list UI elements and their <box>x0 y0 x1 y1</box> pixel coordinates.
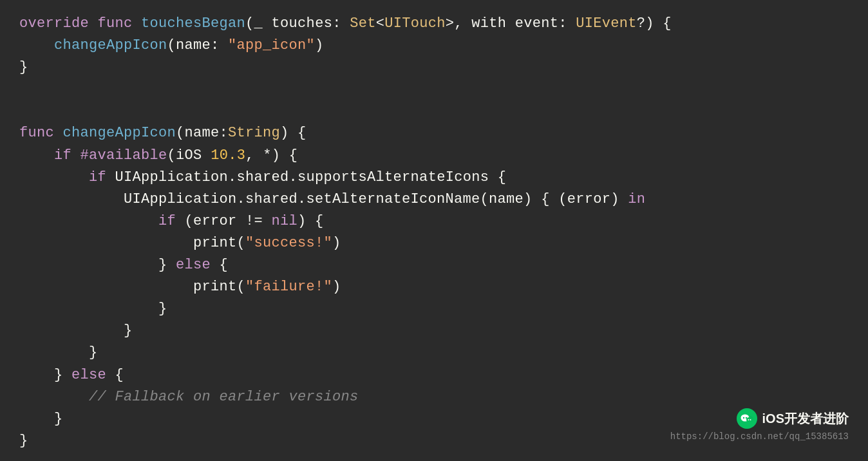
code-line: func changeAppIcon(name:String) { <box>19 122 849 144</box>
code-token <box>133 15 142 32</box>
code-token: UIApplication.shared.supportsAlternateIc… <box>106 169 506 185</box>
code-token: } <box>19 367 71 383</box>
code-line: print("failure!") <box>19 276 849 298</box>
code-token: func <box>19 125 54 141</box>
code-line: } <box>19 57 849 79</box>
svg-point-5 <box>748 419 749 420</box>
code-line: } <box>19 342 849 364</box>
code-token <box>89 15 98 32</box>
code-token: } <box>19 323 133 339</box>
code-token <box>19 169 89 185</box>
code-token: event: <box>506 15 576 32</box>
code-token: < <box>376 15 385 32</box>
code-line: } <box>19 298 849 320</box>
code-token: (error != <box>176 213 272 229</box>
code-token: nil <box>272 213 298 229</box>
code-token: print( <box>19 279 245 295</box>
code-container: override func touchesBegan(_ touches: Se… <box>0 0 868 461</box>
code-token: } <box>19 257 176 273</box>
code-token: UITouch <box>384 15 446 32</box>
code-token: { <box>211 257 228 273</box>
code-token: else <box>71 367 106 383</box>
code-token: ?) { <box>637 15 672 32</box>
code-token: } <box>19 411 63 427</box>
code-token: } <box>19 433 28 449</box>
code-token: in <box>628 191 645 207</box>
code-token: , *) { <box>245 147 297 164</box>
watermark-brand: iOS开发者进阶 <box>737 408 849 429</box>
code-token: "app_icon" <box>228 37 315 53</box>
code-token <box>71 147 80 164</box>
code-token <box>202 147 211 164</box>
code-token: ) <box>332 279 341 295</box>
code-block: override func touchesBegan(_ touches: Se… <box>19 13 849 452</box>
code-token: (name: <box>167 37 229 53</box>
code-line <box>19 79 849 100</box>
code-line: UIApplication.shared.setAlternateIconNam… <box>19 189 849 211</box>
code-token: >, <box>446 15 472 32</box>
code-token: (_ touches: <box>245 15 350 32</box>
code-token: 10.3 <box>211 147 245 164</box>
code-token: ) { <box>280 125 307 141</box>
svg-point-2 <box>742 417 744 419</box>
code-line: if #available(iOS 10.3, *) { <box>19 145 849 167</box>
code-line: changeAppIcon(name: "app_icon") <box>19 35 849 57</box>
code-token <box>19 213 158 229</box>
brand-text: iOS开发者进阶 <box>762 410 849 428</box>
code-token <box>19 147 54 164</box>
watermark: iOS开发者进阶 https://blog.csdn.net/qq_153856… <box>670 408 849 442</box>
code-token: func <box>98 15 133 32</box>
code-token: Set <box>350 15 376 32</box>
code-line: // Fallback on earlier versions <box>19 386 849 408</box>
code-token: // Fallback on earlier versions <box>19 389 359 405</box>
code-token: ) <box>315 37 324 53</box>
code-token: ( <box>167 147 176 164</box>
code-token: if <box>89 169 106 185</box>
code-token: "failure!" <box>245 279 332 295</box>
code-token: (name: <box>176 125 228 141</box>
code-line: if (error != nil) { <box>19 211 849 232</box>
code-token: #available <box>80 147 167 164</box>
code-token: if <box>54 147 71 164</box>
code-line: } else { <box>19 364 849 386</box>
code-token: ) { <box>297 213 324 229</box>
code-line: if UIApplication.shared.supportsAlternat… <box>19 167 849 189</box>
svg-point-4 <box>746 417 753 422</box>
code-line: print("success!") <box>19 232 849 254</box>
code-token: iOS <box>176 147 202 164</box>
svg-point-6 <box>750 419 751 420</box>
code-token: with <box>471 15 506 32</box>
code-token: { <box>106 367 124 383</box>
code-token: UIEvent <box>576 15 637 32</box>
code-line: } <box>19 320 849 342</box>
code-line: } else { <box>19 254 849 276</box>
wechat-icon <box>737 408 757 429</box>
code-token: changeAppIcon <box>63 125 176 141</box>
url-text: https://blog.csdn.net/qq_15385613 <box>670 431 849 442</box>
code-token: print( <box>19 235 245 251</box>
code-token: } <box>19 301 167 317</box>
code-token: changeAppIcon <box>19 37 167 53</box>
code-token: } <box>19 344 98 361</box>
code-token: else <box>176 257 211 273</box>
code-token <box>54 125 63 141</box>
code-token: override <box>19 15 89 32</box>
code-token: String <box>228 125 280 141</box>
code-token: touchesBegan <box>141 15 245 32</box>
code-token: UIApplication.shared.setAlternateIconNam… <box>19 191 628 207</box>
code-line: override func touchesBegan(_ touches: Se… <box>19 13 849 35</box>
code-token: } <box>19 59 28 75</box>
code-line <box>19 100 849 122</box>
code-token: ) <box>332 235 341 251</box>
code-token: "success!" <box>245 235 332 251</box>
code-token: if <box>158 213 176 229</box>
